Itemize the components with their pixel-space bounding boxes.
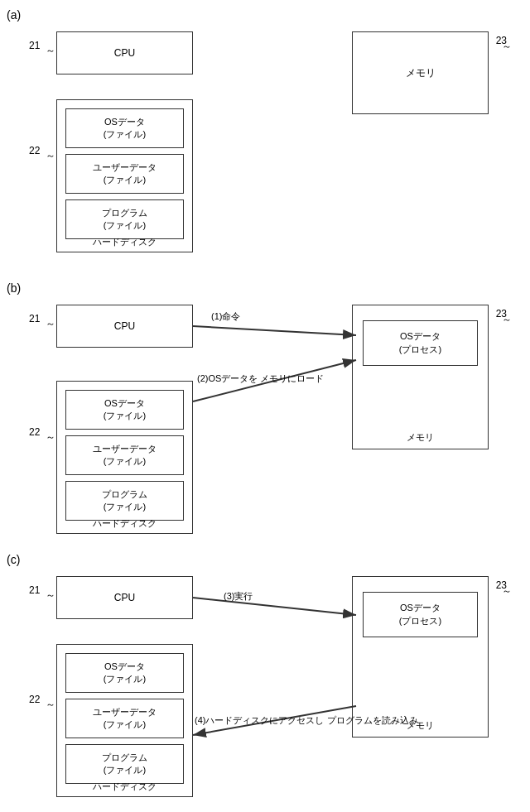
ref-21-a: 21 xyxy=(29,40,40,51)
memory-label-a: メモリ xyxy=(406,66,436,80)
svg-line-2 xyxy=(193,326,356,335)
user-file-label-a: ユーザーデータ(ファイル) xyxy=(93,161,157,187)
program-file-label-a: プログラム(ファイル) xyxy=(102,207,147,233)
ref-23-c: 23 xyxy=(496,579,507,591)
os-process-label-c: OSデータ(プロセス) xyxy=(399,602,441,627)
section-a: (a) 21 ～ CPU ～ 23 メモリ 22 ～ OSデータ(ファイル) ユ… xyxy=(0,0,530,273)
svg-line-6 xyxy=(193,598,356,615)
user-file-box-c: ユーザーデータ(ファイル) xyxy=(65,699,184,738)
arrow4-label: (4)ハードディスクにアクセスし プログラムを読み込み xyxy=(195,714,418,727)
label-c: (c) xyxy=(7,553,20,566)
os-process-label-b: OSデータ(プロセス) xyxy=(399,330,441,356)
hdd-label-b: ハードディスク xyxy=(57,517,192,530)
cpu-label-c: CPU xyxy=(114,591,135,605)
hdd-box-b: OSデータ(ファイル) ユーザーデータ(ファイル) プログラム(ファイル) ハー… xyxy=(56,381,193,534)
ref-22-b: 22 xyxy=(29,426,40,438)
memory-box-a: メモリ xyxy=(352,31,489,114)
program-file-box-b: プログラム(ファイル) xyxy=(65,481,184,521)
ref-23-b: 23 xyxy=(496,308,507,320)
os-file-box-c: OSデータ(ファイル) xyxy=(65,653,184,693)
hdd-label-c: ハードディスク xyxy=(57,781,192,793)
os-file-box-a: OSデータ(ファイル) xyxy=(65,108,184,148)
user-file-box-b: ユーザーデータ(ファイル) xyxy=(65,435,184,475)
os-file-label-a: OSデータ(ファイル) xyxy=(104,116,146,142)
ref-22-a: 22 xyxy=(29,145,40,156)
program-file-label-b: プログラム(ファイル) xyxy=(102,488,147,514)
program-file-box-c: プログラム(ファイル) xyxy=(65,744,184,784)
memory-box-c: OSデータ(プロセス) メモリ xyxy=(352,576,489,738)
cpu-label-a: CPU xyxy=(114,46,135,60)
cpu-box-c: CPU xyxy=(56,576,193,619)
ref-22-c: 22 xyxy=(29,694,40,705)
section-c: (c) 21 ～ CPU ～ 23 OSデータ(プロセス) メモリ 22 ～ O… xyxy=(0,545,530,812)
program-file-box-a: プログラム(ファイル) xyxy=(65,199,184,239)
user-file-label-b: ユーザーデータ(ファイル) xyxy=(93,443,157,468)
user-file-box-a: ユーザーデータ(ファイル) xyxy=(65,154,184,194)
memory-label-b: メモリ xyxy=(353,431,488,444)
hdd-label-a: ハードディスク xyxy=(57,236,192,248)
cpu-box-a: CPU xyxy=(56,31,193,74)
ref-23-a: 23 xyxy=(496,35,507,46)
hdd-box-a: OSデータ(ファイル) ユーザーデータ(ファイル) プログラム(ファイル) ハー… xyxy=(56,99,193,252)
arrow3-label: (3)実行 xyxy=(224,590,253,603)
program-file-label-c: プログラム(ファイル) xyxy=(102,752,147,777)
hdd-box-c: OSデータ(ファイル) ユーザーデータ(ファイル) プログラム(ファイル) ハー… xyxy=(56,644,193,797)
os-process-box-c: OSデータ(プロセス) xyxy=(363,592,478,637)
ref-21-b: 21 xyxy=(29,313,40,324)
cpu-label-b: CPU xyxy=(114,320,135,334)
memory-box-b: OSデータ(プロセス) メモリ xyxy=(352,305,489,449)
arrow1-label: (1)命令 xyxy=(211,310,240,323)
os-file-label-c: OSデータ(ファイル) xyxy=(104,661,146,686)
os-file-label-b: OSデータ(ファイル) xyxy=(104,397,146,423)
user-file-label-c: ユーザーデータ(ファイル) xyxy=(93,706,157,732)
os-process-box-b: OSデータ(プロセス) xyxy=(363,320,478,366)
label-a: (a) xyxy=(7,8,21,22)
arrow2-label: (2)OSデータを メモリにロード xyxy=(197,372,324,385)
cpu-box-b: CPU xyxy=(56,305,193,348)
section-b: (b) 21 ～ CPU ～ 23 OSデータ(プロセス) メモリ 22 ～ O… xyxy=(0,273,530,545)
label-b: (b) xyxy=(7,281,21,295)
ref-21-c: 21 xyxy=(29,584,40,596)
os-file-box-b: OSデータ(ファイル) xyxy=(65,390,184,430)
